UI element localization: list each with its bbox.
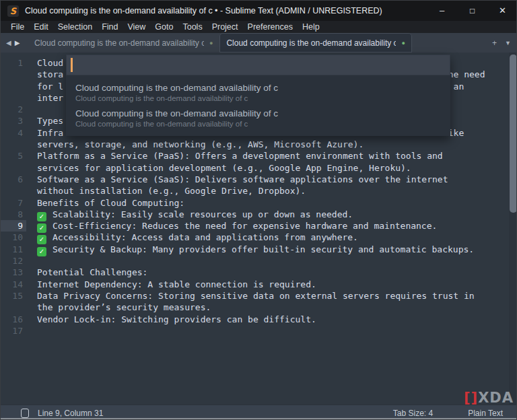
line-text: ✓Security & Backup: Many providers offer… [37,244,474,256]
menu-item-edit[interactable]: Edit [29,21,53,33]
quick-panel-list: Cloud computing is the on-demand availab… [66,75,450,136]
editor-row-line-7[interactable]: 7Benefits of Cloud Computing: [1,197,517,209]
line-number: 4 [1,127,23,139]
line-text: Potential Challenges: [37,267,147,278]
tab-scroll-right-icon[interactable]: ▶ [15,39,20,46]
title-bar: S Cloud computing is the on-demand avail… [1,1,517,21]
new-tab-icon[interactable]: + [492,38,497,48]
tab-1[interactable]: Cloud computing is the on-demand availab… [28,33,219,53]
line-text: ✓Scalability: Easily scale resources up … [37,209,353,221]
editor-row-line-11[interactable]: 11✓Security & Backup: Many providers off… [1,244,517,255]
quick-switch-panel: Cloud computing is the on-demand availab… [66,55,450,136]
line-text-fragment: ne need [448,69,485,80]
line-text: stora [37,69,63,80]
quick-panel-item-title: Cloud computing is the on-demand availab… [75,83,441,93]
line-column-indicator: Line 9, Column 31 [38,409,103,418]
modified-dot-icon: ● [401,40,405,46]
editor-row[interactable]: services for application development (e.… [1,162,517,174]
line-number: 1 [1,57,23,69]
quick-panel-item-title: Cloud computing is the on-demand availab… [75,108,441,118]
maximize-icon[interactable]: □ [457,1,487,21]
quick-panel-item-subtitle: Cloud computing is the on-demand availab… [75,120,441,128]
line-number: 2 [1,104,23,115]
menu-item-help[interactable]: Help [298,21,324,33]
minimize-icon[interactable]: – [427,1,457,21]
tab-scroll-arrows: ◀ ▶ [6,33,20,53]
editor-row-line-6[interactable]: 6Software as a Service (SaaS): Delivers … [1,174,517,185]
line-text: without installation (e.g., Google Drive… [37,185,306,197]
quick-panel-input[interactable] [66,55,450,75]
text-caret [71,58,73,72]
editor-row[interactable]: the provider’s security measures. [1,302,517,313]
xda-text: XDA [478,390,514,406]
tab-bar-actions: + ▼ [492,33,511,53]
line-number: 9 [1,220,23,232]
editor-row[interactable]: without installation (e.g., Google Drive… [1,185,517,197]
tab-size-indicator[interactable]: Tab Size: 4 [393,409,433,418]
line-text: Software as a Service (SaaS): Delivers s… [37,174,448,185]
editor-row-line-5[interactable]: 5Platform as a Service (PaaS): Offers a … [1,150,517,162]
editor-row-line-14[interactable]: 14Internet Dependency: A stable connecti… [1,279,517,290]
line-text: the provider’s security measures. [37,302,211,313]
line-text: services for application development (e.… [37,162,411,174]
editor-row[interactable]: servers, storage, and networking (e.g., … [1,139,517,150]
scrollbar-thumb[interactable] [510,55,517,213]
line-number: 8 [1,209,23,220]
modified-dot-icon: ● [209,40,213,46]
window-controls: – □ ✕ [427,1,517,21]
editor-row-line-12[interactable]: 12 [1,255,517,267]
syntax-indicator[interactable]: Plain Text [468,409,503,418]
quick-panel-item-2[interactable]: Cloud computing is the on-demand availab… [66,105,450,131]
menu-item-view[interactable]: View [123,21,150,33]
line-text: ✓Cost-Efficiency: Reduces the need for e… [37,220,437,233]
line-text: Types [37,115,63,127]
editor-row-line-16[interactable]: 16Vendor Lock-in: Switching providers ca… [1,314,517,325]
tab-bar: ◀ ▶ Cloud computing is the on-demand ava… [1,33,517,53]
line-number: 11 [1,244,23,255]
line-text: servers, storage, and networking (e.g., … [37,139,364,150]
menu-item-project[interactable]: Project [207,21,243,33]
line-number: 3 [1,115,23,127]
line-number: 5 [1,150,23,162]
line-text: Benefits of Cloud Computing: [37,197,184,209]
line-text: inter [37,92,63,104]
line-number: 13 [1,267,23,278]
line-text: Platform as a Service (PaaS): Offers a d… [37,150,443,162]
tab-2[interactable]: Cloud computing is the on-demand availab… [219,33,411,53]
quick-panel-item-1[interactable]: Cloud computing is the on-demand availab… [66,79,450,105]
tab-overflow-icon[interactable]: ▼ [505,40,511,46]
xda-bracket-icon: [] [464,390,478,406]
editor-row-line-15[interactable]: 15Data Privacy Concerns: Storing sensiti… [1,290,517,302]
status-indicator-icon [21,409,29,418]
quick-panel-item-subtitle: Cloud computing is the on-demand availab… [75,94,441,102]
tab-label: Cloud computing is the on-demand availab… [226,38,396,48]
sublime-logo-icon: S [7,5,19,17]
window-bottom-edge [1,418,517,419]
line-text: Cloud [37,57,63,69]
tab-label: Cloud computing is the on-demand availab… [34,38,204,48]
menu-item-tools[interactable]: Tools [178,21,207,33]
editor-row-line-17[interactable]: 17 [1,325,517,337]
tabs: Cloud computing is the on-demand availab… [28,33,412,53]
editor-row-line-13[interactable]: 13Potential Challenges: [1,267,517,278]
menu-item-find[interactable]: Find [97,21,123,33]
line-text: Data Privacy Concerns: Storing sensitive… [37,290,475,302]
menu-item-preferences[interactable]: Preferences [243,21,298,33]
menu-item-selection[interactable]: Selection [53,21,97,33]
line-text: ✓Accessibility: Access data and applicat… [37,232,358,244]
line-text: Vendor Lock-in: Switching providers can … [37,314,316,325]
line-number: 15 [1,290,23,302]
editor-area[interactable]: 1Cloudstorane needfor lth aninter23Types… [1,53,517,405]
editor-row-line-8[interactable]: 8✓Scalability: Easily scale resources up… [1,209,517,220]
menu-item-goto[interactable]: Goto [150,21,178,33]
close-icon[interactable]: ✕ [487,1,517,21]
line-number: 7 [1,197,23,209]
menu-item-file[interactable]: File [6,21,29,33]
tab-scroll-left-icon[interactable]: ◀ [6,39,11,46]
vertical-scrollbar[interactable] [509,53,517,405]
editor-row-line-9[interactable]: 9✓Cost-Efficiency: Reduces the need for … [1,220,517,232]
editor-row-line-10[interactable]: 10✓Accessibility: Access data and applic… [1,232,517,243]
line-number: 14 [1,279,23,290]
menu-bar: FileEditSelectionFindViewGotoToolsProjec… [1,21,517,33]
line-text: for l [37,81,63,92]
